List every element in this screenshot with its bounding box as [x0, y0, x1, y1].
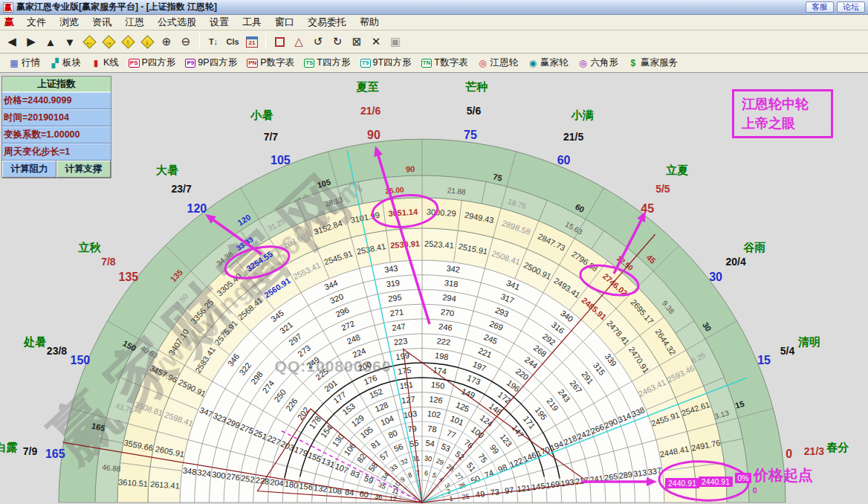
- wheel-cell-label: 271: [389, 307, 404, 317]
- service-icon: $: [628, 58, 638, 68]
- zoom-out-icon[interactable]: ⊖: [177, 33, 195, 51]
- rotate-ccw-icon[interactable]: ↺: [309, 33, 327, 51]
- support-button[interactable]: 客服: [806, 1, 834, 13]
- wheel-cell-label: 0: [752, 485, 757, 494]
- menu-item-交易委托[interactable]: 交易委托: [301, 14, 353, 30]
- wheel-cell-label: 清明: [797, 335, 820, 348]
- wheel-cell-label: 150: [71, 354, 91, 366]
- view-label: 9P四方形: [198, 56, 237, 69]
- wheel-cell-label: 247: [392, 322, 407, 332]
- view-button-赢家服务[interactable]: $赢家服务: [624, 55, 682, 71]
- menu-item-帮助[interactable]: 帮助: [353, 14, 386, 30]
- forum-button[interactable]: 论坛: [837, 1, 865, 13]
- wheel-cell-label: 7/8: [101, 256, 116, 268]
- arrow-glyph: ↓: [146, 38, 149, 46]
- view-button-T四方形[interactable]: TST四方形: [299, 55, 354, 71]
- pan-up-icon[interactable]: ↑: [119, 33, 137, 51]
- wheel-cell-label: 105: [271, 154, 291, 167]
- rotate-cw-icon[interactable]: ↻: [328, 33, 346, 51]
- view-label: 六角形: [590, 56, 618, 69]
- view-button-行情[interactable]: ▦行情: [4, 55, 45, 71]
- hexagon-icon: ◎: [577, 58, 588, 68]
- view-button-江恩轮[interactable]: ◎江恩轮: [473, 55, 522, 71]
- nav-back-icon[interactable]: ◀: [3, 33, 21, 51]
- wheel-cell-label: 175: [397, 365, 412, 375]
- annotation-line: 江恩轮中轮: [742, 94, 823, 114]
- arrow-glyph: ↑: [126, 38, 130, 46]
- view-button-P数字表[interactable]: PNP数字表: [242, 55, 299, 71]
- pan-down-icon[interactable]: ↓: [138, 33, 156, 51]
- view-button-9T四方形[interactable]: T99T四方形: [356, 55, 416, 71]
- wheel-cell-label: 处暑: [23, 335, 46, 348]
- view-label: 板块: [62, 56, 81, 69]
- wheel-cell-label: 小暑: [250, 109, 273, 121]
- menu-item-江恩[interactable]: 江恩: [118, 14, 151, 30]
- panel-button-计算阻力[interactable]: 计算阻力: [2, 161, 56, 178]
- triangle-tool-icon[interactable]: △: [290, 33, 308, 51]
- menu-item-浏览[interactable]: 浏览: [53, 14, 85, 30]
- title-bar-buttons: 客服论坛: [806, 1, 865, 13]
- pan-left-icon[interactable]: ←: [80, 33, 98, 51]
- view-button-板块[interactable]: ▞板块: [45, 55, 85, 71]
- nav-forward-icon[interactable]: ▶: [22, 33, 40, 51]
- wheel-cell-label: 小满: [571, 109, 594, 121]
- wheel-cell-label: 222: [436, 336, 451, 346]
- menu-item-窗口[interactable]: 窗口: [268, 14, 301, 30]
- wheel-cell-label: 5/5: [655, 183, 670, 195]
- wheel-cell-label: 126: [429, 395, 444, 405]
- title-bar: 赢 赢家江恩专业版[赢家服务平台] - [上证指数 江恩轮] 客服论坛: [0, 0, 868, 15]
- wheel-cell-label: 20/4: [725, 256, 745, 268]
- delete-box-icon[interactable]: ⊠: [348, 33, 366, 51]
- wheel-cell-label: 78: [427, 424, 438, 433]
- quotes-grid-icon: ▦: [9, 58, 19, 68]
- eye-of-god-annotation-box: 江恩轮中轮 上帝之眼: [732, 89, 833, 138]
- toolbar-separator: [199, 33, 200, 50]
- zoom-in-icon[interactable]: ⊕: [158, 33, 175, 51]
- view-button-P四方形[interactable]: PSP四方形: [124, 55, 181, 71]
- center-cross-icon[interactable]: ✕: [367, 33, 385, 51]
- panel-field-2: 变换系数=1.00000: [2, 126, 111, 143]
- wheel-cell-label: 谷雨: [742, 241, 765, 253]
- wheel-cell-label: 108: [328, 485, 343, 495]
- cls-tool[interactable]: Cls: [224, 33, 242, 51]
- board-icon[interactable]: ▣: [386, 33, 404, 51]
- tool-label: Cls: [224, 37, 240, 46]
- menu-item-资讯[interactable]: 资讯: [85, 14, 118, 30]
- calendar-icon[interactable]: 21: [243, 33, 261, 51]
- wheel-cell-label: 97: [504, 485, 514, 495]
- panel-button-计算支撑[interactable]: 计算支撑: [56, 161, 111, 178]
- p-table-icon: PN: [247, 59, 258, 68]
- menu-item-公式选股[interactable]: 公式选股: [151, 14, 203, 30]
- pan-right-icon[interactable]: →: [100, 33, 117, 51]
- p-square-icon: PS: [129, 59, 140, 68]
- wheel-cell-label: 54: [425, 439, 435, 448]
- view-button-赢家轮[interactable]: ◉赢家轮: [523, 55, 573, 71]
- flag-down-icon[interactable]: ▼: [61, 33, 79, 51]
- wheel-cell-label: 春分: [826, 441, 849, 453]
- arrow-glyph: →: [105, 38, 112, 46]
- wheel-cell-label: 45: [641, 202, 654, 215]
- views-toolbar: ▦行情▞板块▮K线PSP四方形P99P四方形PNP数字表TST四方形T99T四方…: [0, 54, 868, 73]
- wheel-cell-label: 立秋: [78, 241, 102, 253]
- menu-item-工具[interactable]: 工具: [236, 14, 268, 30]
- wheel-cell-label: 60: [359, 489, 369, 499]
- wheel-cell-label: 大暑: [156, 164, 178, 176]
- square-tool-icon[interactable]: [271, 33, 288, 51]
- view-button-T数字表[interactable]: TNT数字表: [417, 55, 473, 71]
- winner-wheel-icon: ◉: [528, 58, 538, 68]
- view-label: 江恩轮: [490, 56, 518, 69]
- wheel-cell-label: 289: [618, 470, 633, 480]
- flag-up-icon[interactable]: ▲: [42, 33, 59, 51]
- gann-wheel-chart[interactable]: 赢家财富网www.yingjia360.comQQ:10080036012345…: [0, 0, 868, 504]
- view-label: T四方形: [317, 56, 350, 69]
- menu-item-设置[interactable]: 设置: [203, 14, 236, 30]
- wheel-cell-label: 49: [475, 489, 485, 499]
- view-button-9P四方形[interactable]: P99P四方形: [181, 55, 242, 71]
- view-button-六角形[interactable]: ◎六角形: [573, 55, 623, 71]
- scale-tool-icon[interactable]: T↓: [204, 33, 222, 51]
- menu-item-文件[interactable]: 文件: [20, 14, 53, 30]
- view-button-K线[interactable]: ▮K线: [86, 55, 123, 71]
- wheel-cell-label: 165: [45, 448, 65, 460]
- wheel-cell-label: 30: [709, 271, 722, 283]
- index-info-panel: 上证指数 价格=2440.9099时间=20190104变换系数=1.00000…: [1, 76, 111, 178]
